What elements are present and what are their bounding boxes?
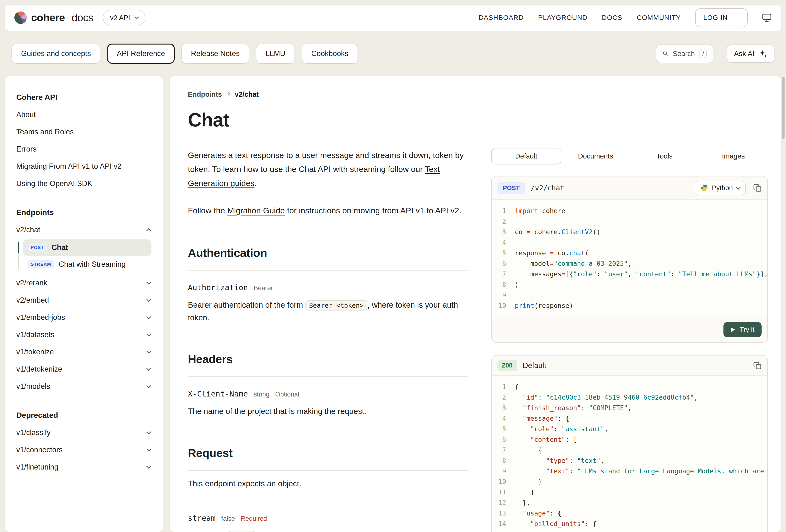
request-panel-footer: Try it — [492, 317, 767, 342]
display-mode-button[interactable] — [762, 14, 771, 22]
sidebar-group-v1-finetuning[interactable]: v1/finetuning — [16, 459, 152, 476]
chevron-down-icon — [146, 464, 151, 469]
line-content: ) — [515, 280, 518, 290]
line-content: "id": "c14c80c3-18eb-4519-9460-6c92edd8c… — [515, 392, 698, 403]
line-content: "role": "assistant", — [515, 424, 608, 434]
version-selector[interactable]: v2 API — [103, 9, 145, 26]
line-number: 8 — [492, 280, 506, 290]
nav-docs[interactable]: DOCS — [602, 14, 623, 22]
copy-request-button[interactable] — [754, 184, 762, 192]
code-line: 1import cohere — [492, 205, 767, 216]
tab-api-reference[interactable]: API Reference — [107, 44, 175, 64]
line-content: print(response) — [515, 300, 573, 311]
sidebar-group-v1-classify[interactable]: v1/classify — [16, 424, 152, 441]
stream-default-before: Defaults to — [188, 531, 228, 532]
search-label: Search — [673, 50, 695, 58]
line-number: 1 — [492, 382, 506, 392]
divider — [188, 470, 468, 471]
search-button[interactable]: Search / — [656, 44, 713, 63]
false-code: false — [228, 531, 255, 532]
intro-text: Generates a text response to a user mess… — [188, 151, 464, 174]
sidebar-group-v1-models[interactable]: v1/models — [16, 378, 152, 395]
sidebar-group-v1-detokenize[interactable]: v1/detokenize — [16, 361, 152, 378]
sidebar-group-v1-tokenize[interactable]: v1/tokenize — [16, 343, 152, 361]
sidebar-group-v2-embed[interactable]: v2/embed — [16, 292, 152, 309]
main-area: Cohere API About Teams and Roles Errors … — [4, 76, 782, 532]
bearer-token-code: Bearer <token> — [305, 300, 368, 311]
code-line: 3 "finish_reason": "COMPLETE", — [492, 403, 767, 413]
code-line: 8) — [492, 280, 767, 290]
tab-guides-and-concepts[interactable]: Guides and concepts — [11, 44, 100, 64]
line-number: 9 — [492, 290, 506, 300]
tab-release-notes[interactable]: Release Notes — [181, 44, 249, 64]
line-content: }, — [515, 498, 530, 508]
header-left: cohere docs v2 API — [15, 9, 145, 26]
line-number: 7 — [492, 269, 506, 280]
code-line: 2 "id": "c14c80c3-18eb-4519-9460-6c92edd… — [492, 392, 767, 403]
sidebar-group-v1-connectors[interactable]: v1/connectors — [16, 441, 152, 459]
tab-cookbooks[interactable]: Cookbooks — [302, 44, 358, 64]
language-selector[interactable]: Python — [695, 181, 746, 195]
code-line: 14 "billed_units": { — [492, 518, 767, 529]
breadcrumb-endpoints[interactable]: Endpoints — [188, 91, 222, 98]
request-code-block: 1import cohere23co = cohere.ClientV2()45… — [492, 200, 767, 317]
monitor-icon — [762, 14, 771, 22]
page-scrollbar[interactable] — [782, 77, 785, 139]
sidebar-subitems-v2-chat: POST Chat STREAM Chat with Streaming — [16, 239, 152, 272]
sidebar-item-migrating[interactable]: Migrating From API v1 to API v2 — [16, 158, 152, 175]
line-number: 2 — [492, 216, 506, 227]
endpoint-path: /v2/chat — [531, 184, 564, 192]
play-icon — [731, 327, 735, 332]
try-it-button[interactable]: Try it — [723, 322, 762, 337]
panel-tab-images[interactable]: Images — [699, 148, 768, 164]
panel-tab-default[interactable]: Default — [491, 148, 561, 165]
copy-response-button[interactable] — [754, 362, 762, 370]
sidebar-group-label: v2/chat — [16, 225, 40, 234]
field-authorization: Authorization — [188, 283, 248, 292]
nav-community[interactable]: COMMUNITY — [637, 14, 680, 22]
sidebar-group-v1-datasets[interactable]: v1/datasets — [16, 326, 152, 343]
request-expects-text: This endpoint expects an object. — [188, 477, 468, 490]
sidebar-item-chat[interactable]: POST Chat — [23, 239, 152, 256]
search-shortcut-key: / — [699, 49, 707, 58]
line-content: "finish_reason": "COMPLETE", — [515, 403, 632, 413]
sidebar-item-chat-with-streaming[interactable]: STREAM Chat with Streaming — [23, 256, 152, 272]
sidebar-item-errors[interactable]: Errors — [16, 141, 152, 158]
sidebar: Cohere API About Teams and Roles Errors … — [4, 76, 163, 532]
section-heading-authentication: Authentication — [188, 246, 468, 260]
sidebar-group-v1-embed-jobs[interactable]: v1/embed-jobs — [16, 309, 152, 326]
sidebar-group-label: v1/datasets — [16, 331, 54, 339]
sidebar-item-teams-and-roles[interactable]: Teams and Roles — [16, 123, 152, 141]
field-type-bearer: Bearer — [254, 285, 273, 292]
tab-llmu[interactable]: LLMU — [256, 44, 295, 64]
code-line: 10print(response) — [492, 300, 767, 311]
cohere-logo[interactable]: cohere docs — [15, 11, 93, 24]
sidebar-item-about[interactable]: About — [16, 106, 152, 123]
panel-tab-documents[interactable]: Documents — [561, 148, 630, 164]
arrow-right-icon: → — [732, 14, 740, 22]
code-line: 10 } — [492, 477, 767, 487]
sidebar-group-v2-rerank[interactable]: v2/rerank — [16, 274, 152, 292]
line-content: "input_tokens": 5, — [515, 529, 608, 532]
code-line: 4 — [492, 237, 767, 248]
line-content: co = cohere.ClientV2() — [515, 227, 601, 237]
login-button[interactable]: LOG IN → — [695, 8, 748, 27]
nav-dashboard[interactable]: DASHBOARD — [479, 14, 524, 22]
nav-playground[interactable]: PLAYGROUND — [538, 14, 587, 22]
sidebar-group-v2-chat[interactable]: v2/chat — [16, 221, 152, 239]
sidebar-item-openai-sdk[interactable]: Using the OpenAI SDK — [16, 175, 152, 192]
chevron-up-icon — [146, 228, 151, 233]
intro-text-end: . — [254, 178, 257, 188]
line-content: messages=[{"role": "user", "content": "T… — [515, 269, 767, 280]
line-content: "content": [ — [515, 434, 577, 445]
line-number: 4 — [492, 237, 506, 248]
line-number: 12 — [492, 498, 506, 508]
line-number: 9 — [492, 466, 506, 477]
code-line: 4 "message": { — [492, 413, 767, 424]
migration-guide-link[interactable]: Migration Guide — [227, 206, 285, 215]
code-line: 12 }, — [492, 498, 767, 508]
ask-ai-button[interactable]: Ask AI — [727, 45, 775, 63]
sidebar-heading-cohere-api: Cohere API — [16, 89, 152, 106]
chevron-down-icon — [146, 430, 151, 434]
panel-tab-tools[interactable]: Tools — [630, 148, 699, 164]
